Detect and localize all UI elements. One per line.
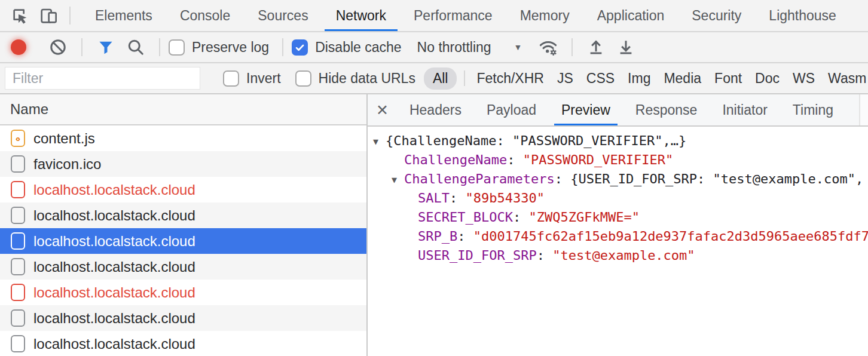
search-icon[interactable] (126, 38, 145, 57)
request-detail-panel: ✕ HeadersPayloadPreviewResponseInitiator… (368, 94, 868, 356)
json-tree-line[interactable]: ▼ChallengeParameters: {USER_ID_FOR_SRP: … (368, 170, 868, 189)
filter-type-fetch-xhr[interactable]: Fetch/XHR (470, 63, 550, 93)
checkbox-unchecked[interactable] (295, 70, 311, 87)
detail-tab-headers[interactable]: Headers (402, 94, 469, 125)
tab-sources[interactable]: Sources (244, 0, 322, 31)
filter-type-img[interactable]: Img (621, 63, 657, 93)
json-tree-line[interactable]: SECRET_BLOCK: "ZWQ5ZGFkMWE=" (368, 208, 868, 227)
invert-checkbox[interactable]: Invert (223, 70, 281, 87)
request-row[interactable]: localhost.localstack.cloud (0, 254, 366, 280)
tab-lighthouse[interactable]: Lighthouse (755, 0, 850, 31)
filter-bar: Invert Hide data URLs AllFetch/XHRJSCSSI… (0, 63, 868, 94)
tab-memory[interactable]: Memory (506, 0, 583, 31)
resource-type-filters: AllFetch/XHRJSCSSImgMediaFontDocWSWasmMa… (415, 63, 868, 93)
close-icon[interactable]: ✕ (376, 102, 389, 119)
json-key: SECRET_BLOCK (418, 210, 513, 225)
detail-tab-timing[interactable]: Timing (786, 94, 841, 125)
request-row[interactable]: localhost.localstack.cloud (0, 280, 366, 305)
document-file-icon (11, 335, 25, 352)
preserve-log-label: Preserve log (192, 39, 269, 56)
document-file-icon (11, 258, 25, 275)
json-text: : {USER_ID_FOR_SRP: "test@example.com", (555, 171, 864, 186)
json-string-value: "test@example.com" (552, 248, 695, 263)
filter-type-css[interactable]: CSS (580, 63, 621, 93)
detail-tabs: HeadersPayloadPreviewResponseInitiatorTi… (397, 94, 846, 125)
json-tree-line[interactable]: SRP_B: "d001745fc62af15eb9a12de937fafac2… (368, 227, 868, 246)
request-row[interactable]: localhost.localstack.cloud (0, 305, 366, 331)
tab-application[interactable]: Application (583, 0, 678, 31)
document-file-icon (11, 207, 25, 224)
record-icon[interactable] (11, 39, 26, 55)
filter-type-font[interactable]: Font (708, 63, 748, 93)
throttling-select[interactable]: No throttling ▼ (417, 39, 522, 56)
import-har-icon[interactable] (586, 38, 606, 57)
document-file-icon (11, 309, 25, 327)
filter-type-media[interactable]: Media (657, 63, 708, 93)
request-name: localhost.localstack.cloud (33, 336, 195, 352)
request-row[interactable]: localhost.localstack.cloud (0, 202, 366, 228)
scrollbar-gutter[interactable] (859, 94, 868, 125)
json-key: USER_ID_FOR_SRP (418, 248, 537, 263)
filter-type-js[interactable]: JS (551, 63, 580, 93)
json-key: SRP_B (418, 229, 457, 244)
divider (69, 7, 71, 24)
export-har-icon[interactable] (616, 38, 635, 57)
clear-icon[interactable] (48, 38, 68, 57)
device-toolbar-icon[interactable] (38, 5, 59, 26)
script-file-icon: ‹› (11, 130, 25, 147)
filter-type-wasm[interactable]: Wasm (821, 63, 868, 93)
tab-console[interactable]: Console (166, 0, 244, 31)
divider (464, 70, 465, 86)
filter-input[interactable] (5, 67, 200, 90)
name-column-header[interactable]: Name (0, 94, 366, 125)
hide-data-urls-label: Hide data URLs (319, 70, 415, 87)
json-text: {ChallengeName: "PASSWORD_VERIFIER",…} (386, 133, 686, 148)
json-text: : (537, 248, 553, 263)
json-tree-line[interactable]: SALT: "89b54330" (368, 189, 868, 208)
request-row[interactable]: favicon.ico (0, 151, 366, 177)
checkbox-unchecked[interactable] (223, 70, 239, 87)
code-glyph: ‹› (16, 134, 20, 143)
request-row[interactable]: localhost.localstack.cloud (0, 228, 366, 254)
detail-tab-payload[interactable]: Payload (479, 94, 543, 125)
tab-performance[interactable]: Performance (400, 0, 506, 31)
json-preview-tree: ▼{ChallengeName: "PASSWORD_VERIFIER",…}C… (368, 127, 868, 356)
checkbox-unchecked[interactable] (169, 39, 185, 56)
request-name: localhost.localstack.cloud (33, 310, 195, 327)
tab-network[interactable]: Network (322, 0, 400, 31)
checkbox-checked[interactable] (292, 39, 308, 56)
request-row[interactable]: localhost.localstack.cloud (0, 331, 366, 356)
filter-type-doc[interactable]: Doc (748, 63, 786, 93)
detail-tab-initiator[interactable]: Initiator (715, 94, 774, 125)
chevron-down-icon: ▼ (514, 42, 522, 52)
throttling-value: No throttling (417, 39, 491, 56)
request-row[interactable]: ‹›content.js (0, 125, 366, 151)
json-string-value: "d001745fc62af15eb9a12de937fafac2d3d5965… (473, 229, 868, 244)
json-text: : (507, 152, 523, 167)
detail-tab-preview[interactable]: Preview (554, 94, 618, 125)
json-tree-line[interactable]: USER_ID_FOR_SRP: "test@example.com" (368, 246, 868, 265)
request-name: localhost.localstack.cloud (33, 233, 195, 250)
tab-security[interactable]: Security (678, 0, 755, 31)
request-row[interactable]: localhost.localstack.cloud (0, 177, 366, 202)
json-tree-line[interactable]: ▼{ChallengeName: "PASSWORD_VERIFIER",…} (368, 131, 868, 151)
request-name: content.js (33, 130, 95, 147)
inspect-element-icon[interactable] (10, 5, 30, 26)
disclosure-triangle-icon[interactable]: ▼ (373, 132, 378, 151)
tab-elements[interactable]: Elements (81, 0, 166, 31)
hide-data-urls-checkbox[interactable]: Hide data URLs (295, 70, 415, 87)
invert-label: Invert (246, 70, 281, 87)
request-rows: ‹›content.jsfavicon.icolocalhost.localst… (0, 125, 366, 356)
network-conditions-icon[interactable] (539, 38, 558, 57)
disclosure-triangle-icon[interactable]: ▼ (392, 170, 397, 189)
document-file-icon (11, 232, 25, 250)
detail-tab-response[interactable]: Response (628, 94, 705, 125)
filter-type-ws[interactable]: WS (786, 63, 821, 93)
filter-funnel-icon[interactable] (96, 38, 115, 57)
preserve-log-checkbox[interactable]: Preserve log (169, 39, 269, 56)
disable-cache-checkbox[interactable]: Disable cache (292, 39, 401, 56)
document-file-icon (11, 284, 25, 301)
request-name: localhost.localstack.cloud (33, 259, 195, 275)
json-tree-line[interactable]: ChallengeName: "PASSWORD_VERIFIER" (368, 151, 868, 170)
filter-type-all[interactable]: All (424, 67, 457, 90)
